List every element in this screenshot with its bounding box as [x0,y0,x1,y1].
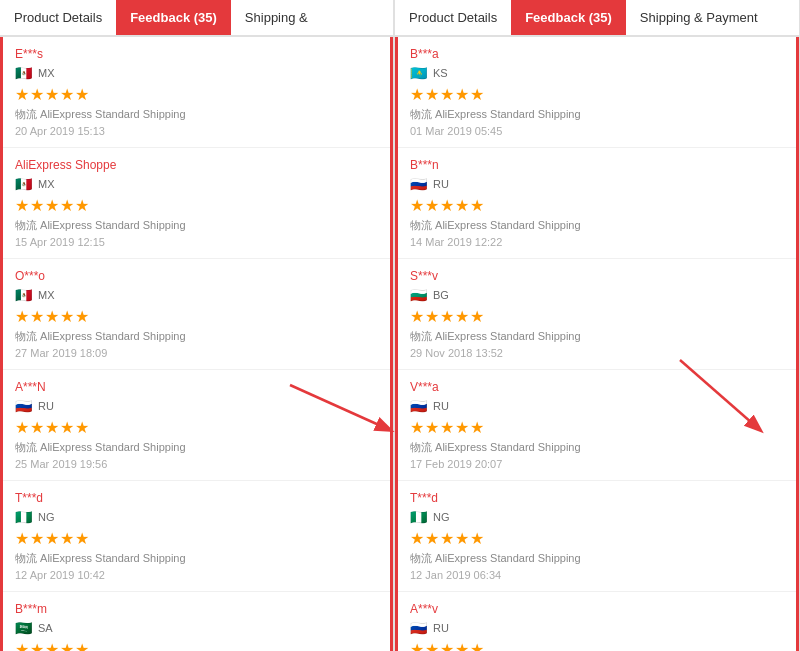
feedback-item: E***s 🇲🇽 MX ★★★★★ 物流 AliExpress Standard… [3,37,390,148]
tab-feedback-right[interactable]: Feedback (35) [511,0,626,35]
username: T***d [15,491,43,505]
feedback-item: AliExpress Shoppe 🇲🇽 MX ★★★★★ 物流 AliExpr… [3,148,390,259]
country-row: 🇳🇬 NG [410,509,784,525]
star-rating: ★★★★★ [15,418,378,437]
country-row: 🇳🇬 NG [15,509,378,525]
right-tabs: Product Details Feedback (35) Shipping &… [395,0,799,37]
tab-shipping-left[interactable]: Shipping & [231,0,322,35]
user-row: B***a [410,47,784,61]
country-code: BG [433,289,449,301]
datetime: 12 Jan 2019 06:34 [410,569,784,581]
user-row: S***v [410,269,784,283]
country-code: NG [38,511,55,523]
country-row: 🇰🇿 KS [410,65,784,81]
datetime: 29 Nov 2018 13:52 [410,347,784,359]
shipping-label: 物流 AliExpress Standard Shipping [15,440,378,455]
flag-icon: 🇧🇬 [410,287,427,303]
star-rating: ★★★★★ [15,529,378,548]
right-panel: Product Details Feedback (35) Shipping &… [395,0,800,651]
star-rating: ★★★★★ [410,307,784,326]
feedback-item: A***N 🇷🇺 RU ★★★★★ 物流 AliExpress Standard… [3,370,390,481]
panels-container: Product Details Feedback (35) Shipping &… [0,0,800,651]
flag-icon: 🇸🇦 [15,620,32,636]
flag-icon: 🇳🇬 [410,509,427,525]
country-row: 🇷🇺 RU [410,176,784,192]
country-code: MX [38,67,55,79]
flag-icon: 🇲🇽 [15,287,32,303]
flag-icon: 🇲🇽 [15,176,32,192]
datetime: 17 Feb 2019 20:07 [410,458,784,470]
flag-icon: 🇷🇺 [410,398,427,414]
star-rating: ★★★★★ [410,85,784,104]
username: V***a [410,380,439,394]
datetime: 12 Apr 2019 10:42 [15,569,378,581]
country-code: NG [433,511,450,523]
feedback-item: S***v 🇧🇬 BG ★★★★★ 物流 AliExpress Standard… [398,259,796,370]
user-row: B***n [410,158,784,172]
user-row: A***v [410,602,784,616]
country-code: RU [433,400,449,412]
star-rating: ★★★★★ [15,307,378,326]
country-row: 🇲🇽 MX [15,287,378,303]
country-row: 🇷🇺 RU [15,398,378,414]
tab-feedback-left[interactable]: Feedback (35) [116,0,231,35]
left-feedback-list: E***s 🇲🇽 MX ★★★★★ 物流 AliExpress Standard… [0,37,393,651]
username: S***v [410,269,438,283]
country-code: SA [38,622,53,634]
datetime: 01 Mar 2019 05:45 [410,125,784,137]
feedback-item: T***d 🇳🇬 NG ★★★★★ 物流 AliExpress Standard… [3,481,390,592]
feedback-item: T***d 🇳🇬 NG ★★★★★ 物流 AliExpress Standard… [398,481,796,592]
star-rating: ★★★★★ [410,418,784,437]
user-row: O***o [15,269,378,283]
user-row: A***N [15,380,378,394]
datetime: 20 Apr 2019 15:13 [15,125,378,137]
username: A***N [15,380,46,394]
country-code: RU [38,400,54,412]
left-panel: Product Details Feedback (35) Shipping &… [0,0,395,651]
star-rating: ★★★★★ [410,196,784,215]
country-code: RU [433,178,449,190]
shipping-label: 物流 AliExpress Standard Shipping [410,218,784,233]
country-row: 🇲🇽 MX [15,176,378,192]
star-rating: ★★★★★ [410,640,784,651]
username: A***v [410,602,438,616]
tab-product-details-right[interactable]: Product Details [395,0,511,35]
feedback-item: B***m 🇸🇦 SA ★★★★★ 物流 AliExpress Standard… [3,592,390,651]
shipping-label: 物流 AliExpress Standard Shipping [410,107,784,122]
username: AliExpress Shoppe [15,158,116,172]
feedback-item: V***a 🇷🇺 RU ★★★★★ 物流 AliExpress Standard… [398,370,796,481]
datetime: 15 Apr 2019 12:15 [15,236,378,248]
flag-icon: 🇷🇺 [15,398,32,414]
tab-product-details-left[interactable]: Product Details [0,0,116,35]
shipping-label: 物流 AliExpress Standard Shipping [15,551,378,566]
flag-icon: 🇲🇽 [15,65,32,81]
username: B***n [410,158,439,172]
star-rating: ★★★★★ [15,640,378,651]
username: T***d [410,491,438,505]
feedback-item: O***o 🇲🇽 MX ★★★★★ 物流 AliExpress Standard… [3,259,390,370]
star-rating: ★★★★★ [15,196,378,215]
country-row: 🇸🇦 SA [15,620,378,636]
user-row: AliExpress Shoppe [15,158,378,172]
datetime: 25 Mar 2019 19:56 [15,458,378,470]
user-row: E***s [15,47,378,61]
user-row: V***a [410,380,784,394]
datetime: 14 Mar 2019 12:22 [410,236,784,248]
right-feedback-list: B***a 🇰🇿 KS ★★★★★ 物流 AliExpress Standard… [395,37,799,651]
country-code: RU [433,622,449,634]
username: B***a [410,47,439,61]
feedback-item: B***a 🇰🇿 KS ★★★★★ 物流 AliExpress Standard… [398,37,796,148]
country-row: 🇷🇺 RU [410,620,784,636]
flag-icon: 🇷🇺 [410,176,427,192]
star-rating: ★★★★★ [15,85,378,104]
country-row: 🇲🇽 MX [15,65,378,81]
feedback-item: A***v 🇷🇺 RU ★★★★★ 物流 AliExpress Standard… [398,592,796,651]
shipping-label: 物流 AliExpress Standard Shipping [15,107,378,122]
shipping-label: 物流 AliExpress Standard Shipping [410,440,784,455]
username: O***o [15,269,45,283]
datetime: 27 Mar 2019 18:09 [15,347,378,359]
username: E***s [15,47,43,61]
shipping-label: 物流 AliExpress Standard Shipping [410,329,784,344]
tab-shipping-right[interactable]: Shipping & Payment [626,0,772,35]
flag-icon: 🇷🇺 [410,620,427,636]
